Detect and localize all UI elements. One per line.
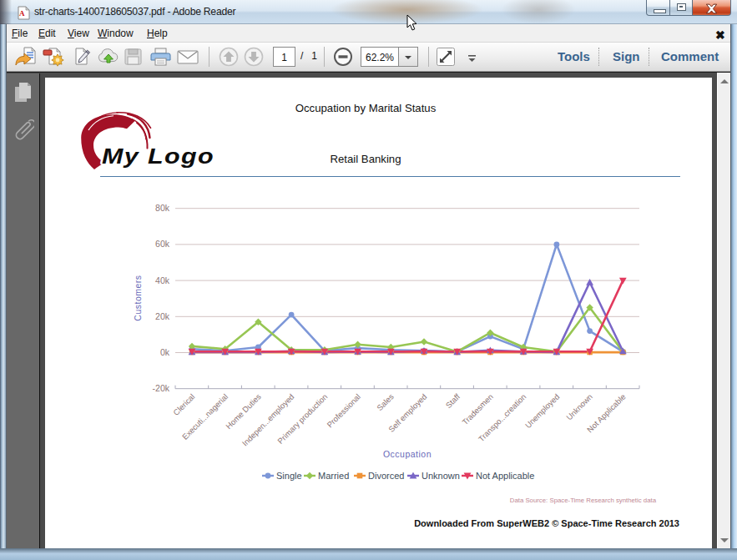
svg-text:Occupation: Occupation <box>383 449 432 459</box>
svg-text:Single: Single <box>276 471 302 481</box>
svg-text:Unemployed: Unemployed <box>523 392 561 430</box>
svg-text:0k: 0k <box>160 347 170 357</box>
svg-text:-20k: -20k <box>153 383 170 393</box>
svg-text:Customers: Customers <box>133 275 143 320</box>
svg-text:Clerical: Clerical <box>171 392 196 417</box>
svg-text:20k: 20k <box>155 311 170 321</box>
svg-text:Staff: Staff <box>444 391 462 410</box>
svg-text:80k: 80k <box>155 203 170 213</box>
svg-text:40k: 40k <box>155 275 170 285</box>
svg-text:Unknown: Unknown <box>564 392 594 422</box>
svg-text:Divorced: Divorced <box>368 471 404 481</box>
svg-text:Professional: Professional <box>325 392 362 430</box>
svg-text:Not Applicable: Not Applicable <box>476 471 534 481</box>
svg-text:A: A <box>19 9 25 18</box>
svg-text:Married: Married <box>318 471 349 481</box>
svg-text:Unknown: Unknown <box>422 471 460 481</box>
svg-text:Sales: Sales <box>375 391 396 412</box>
svg-text:60k: 60k <box>155 239 170 249</box>
svg-text:Tradesmen: Tradesmen <box>460 392 495 427</box>
